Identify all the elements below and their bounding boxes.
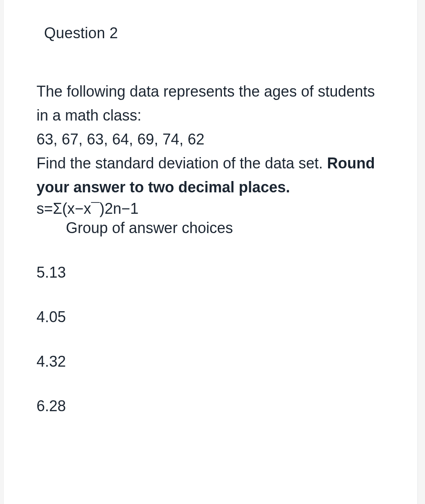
answer-choice[interactable]: 4.05	[37, 308, 385, 326]
question-instruction: Find the standard deviation of the data …	[37, 155, 327, 172]
question-card: Question 2 The following data represents…	[3, 0, 418, 504]
question-intro: The following data represents the ages o…	[37, 83, 375, 124]
answer-choice[interactable]: 6.28	[37, 397, 385, 415]
answer-choice[interactable]: 4.32	[37, 353, 385, 370]
question-title: Question 2	[44, 24, 385, 42]
question-formula: s=Σ(x−x¯)2n−1	[37, 200, 385, 218]
answer-choice[interactable]: 5.13	[37, 264, 385, 281]
question-body: The following data represents the ages o…	[37, 80, 385, 199]
answer-choices-label: Group of answer choices	[66, 219, 385, 237]
question-data-values: 63, 67, 63, 64, 69, 74, 62	[37, 131, 204, 148]
